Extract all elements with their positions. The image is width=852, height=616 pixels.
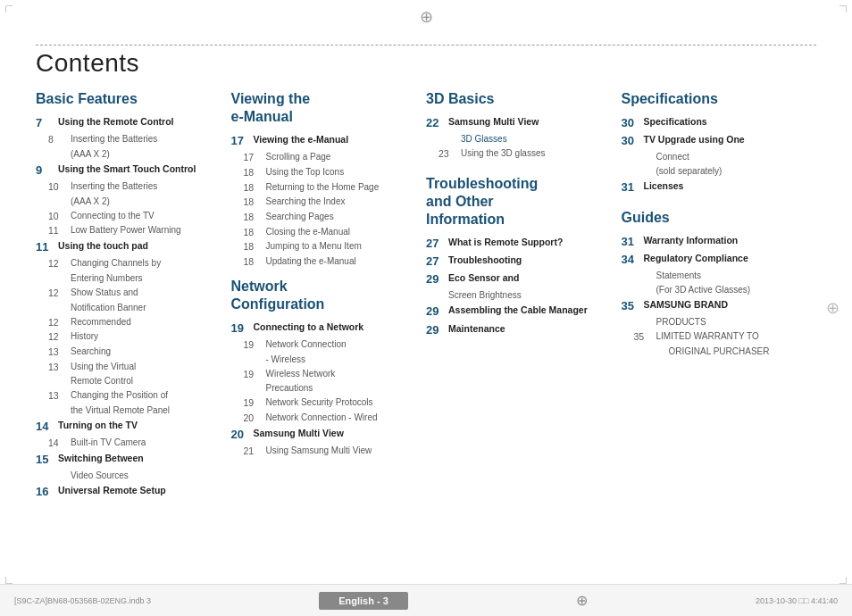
toc-text: Wireless Network [266,368,336,380]
toc-item: - Wireless [244,354,413,366]
toc-text: Samsung Multi View [254,427,344,440]
toc-text: Switching Between [58,452,144,465]
section-3d: 3D Basics [426,90,607,108]
toc-text: What is Remote Support? [448,236,563,249]
footer-center: English - 3 [319,592,408,610]
toc-item: 9 Using the Smart Touch Control [36,162,217,179]
toc-num: 31 [622,179,641,196]
toc-item: 10 Connecting to the TV [48,210,217,223]
toc-text: 3D Glasses [461,133,507,146]
toc-item: 15 Switching Between [36,452,217,468]
toc-text: Precautions [266,382,313,395]
corner-br [839,577,847,584]
toc-item: 12 Changing Channels by [48,257,217,271]
toc-text: Using the Smart Touch Control [58,162,196,176]
right-compass-icon: ⊕ [826,298,839,318]
section-specifications: Specifications [622,90,803,108]
toc-text: Using the Top Icons [266,166,345,179]
toc-item: Connect [634,151,803,163]
toc-text: Warranty Information [644,234,739,247]
section-basic-features: Basic Features [36,90,217,108]
toc-item: 18 Returning to the Home Page [244,181,413,195]
toc-num: 35 [622,298,641,314]
toc-num: 18 [244,211,263,224]
toc-item: 17 Scrolling a Page [244,151,413,164]
toc-text: Regulatory Compliance [644,252,748,265]
toc-item: (AAA X 2) [48,148,217,161]
toc-item: 19 Network Security Protocols [244,396,413,410]
toc-text: LIMITED WARRANTY TO [656,330,759,343]
toc-item: 10 Inserting the Batteries [48,180,217,194]
toc-item: 12 Recommended [48,316,217,329]
toc-num: 14 [48,437,68,450]
toc-num: 34 [622,252,641,268]
toc-item: 18 Using the Top Icons [244,166,413,179]
toc-num: 18 [244,166,263,179]
toc-text: Screen Brightness [448,289,522,302]
toc-num: 13 [48,345,68,359]
toc-text: (For 3D Active Glasses) [656,284,751,296]
toc-item: 27 What is Remote Support? [426,236,607,252]
toc-text: Show Status and [71,287,138,299]
toc-num: 9 [36,162,55,179]
toc-text: Connect [656,151,689,163]
toc-item: 12 Show Status and [48,287,217,300]
toc-item: 30 TV Upgrade using One [622,133,803,149]
toc-num: 29 [426,322,446,338]
toc-text: Notification Banner [71,302,146,314]
toc-num: 30 [622,133,641,149]
toc-num: 18 [244,196,263,209]
toc-item: 29 Eco Sensor and [426,271,607,287]
toc-item: 13 Changing the Position of [48,389,217,403]
footer-left: [S9C-ZA]BN68-05356B-02ENG.indb 3 [14,596,151,605]
toc-num: 11 [48,224,68,237]
toc-item: 16 Universal Remote Setup [36,484,217,500]
toc-text: Connecting to the TV [71,210,155,222]
toc-text: History [71,330,98,343]
toc-text: Scrolling a Page [266,151,331,163]
toc-item: 29 Assembling the Cable Manager [426,304,607,320]
toc-num: 15 [36,452,55,468]
toc-item: 11 Using the touch pad [36,239,217,255]
toc-item: 13 Searching [48,345,217,359]
section-viewing: Viewing thee-Manual [231,90,413,126]
toc-item: 35 SAMSUNG BRAND [622,298,803,314]
toc-num: 30 [622,115,641,131]
toc-text: Returning to the Home Page [266,181,380,194]
toc-text: Assembling the Cable Manager [448,304,588,317]
toc-item: 23 Using the 3D glasses [439,147,607,161]
toc-num: 7 [36,115,55,131]
toc-text: Maintenance [448,322,505,336]
bottom-bar: [S9C-ZA]BN68-05356B-02ENG.indb 3 English… [0,584,852,616]
section-troubleshooting: Troubleshootingand OtherInformation [426,175,607,229]
toc-item: 18 Searching the Index [244,196,413,209]
toc-item: 20 Samsung Multi View [231,427,413,443]
toc-item: 18 Searching Pages [244,211,413,224]
toc-item: Screen Brightness [426,289,607,302]
page: ⊕ ⊕ Contents Basic Features 7 Using the … [0,0,852,616]
toc-num: 12 [48,330,68,344]
toc-num: 18 [244,240,263,254]
toc-text: Video Sources [71,470,129,482]
toc-num: 31 [622,234,641,250]
corner-bl [5,577,13,584]
toc-num: 23 [439,147,458,161]
toc-item: 21 Using Samsung Multi View [244,445,413,458]
toc-text: Using the Virtual [71,361,136,373]
toc-item: 19 Connecting to a Network [231,320,413,337]
toc-text: Network Connection - Wired [266,412,378,424]
toc-item: 8 Inserting the Batteries [48,133,217,146]
toc-text: - Wireless [266,354,305,366]
toc-num: 16 [36,484,55,500]
toc-num: 20 [244,412,263,425]
toc-num: 8 [48,133,68,146]
toc-text: ORIGINAL PURCHASER [656,345,770,358]
toc-item: Entering Numbers [48,272,217,285]
toc-num: 29 [426,304,446,320]
toc-text: Inserting the Batteries [71,180,157,193]
toc-num: 27 [426,236,446,252]
toc-item: Video Sources [48,470,217,482]
col-3d: 3D Basics 22 Samsung Multi View 3D Glass… [426,90,622,502]
toc-item: 17 Viewing the e-Manual [231,133,413,149]
toc-num: 18 [244,255,263,269]
